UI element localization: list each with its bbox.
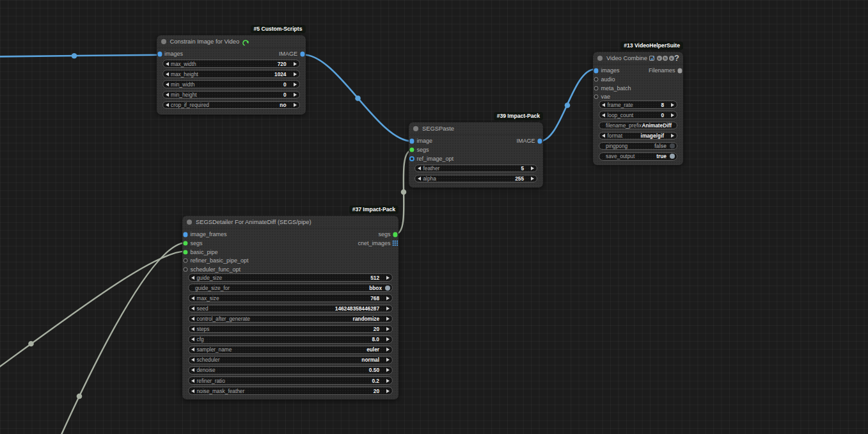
widget-pingpong[interactable]: pingpongfalse xyxy=(599,142,677,150)
decrement-arrow-icon[interactable] xyxy=(166,72,169,76)
output-dot-segs[interactable] xyxy=(393,232,397,237)
decrement-arrow-icon[interactable] xyxy=(191,317,194,321)
decrement-arrow-icon[interactable] xyxy=(602,113,605,117)
decrement-arrow-icon[interactable] xyxy=(166,83,169,86)
decrement-arrow-icon[interactable] xyxy=(418,166,421,170)
increment-arrow-icon[interactable] xyxy=(294,62,297,66)
widget-save_output[interactable]: save_outputtrue xyxy=(599,152,677,161)
collapse-dot[interactable] xyxy=(187,220,192,225)
widget-loop_count[interactable]: loop_count0 xyxy=(599,111,677,119)
link-midpoint-dot-reroute-to-constrain-images[interactable] xyxy=(72,53,77,59)
decrement-arrow-icon[interactable] xyxy=(191,307,194,310)
collapse-dot[interactable] xyxy=(161,39,166,44)
increment-arrow-icon[interactable] xyxy=(386,348,390,351)
increment-arrow-icon[interactable] xyxy=(386,317,390,321)
decrement-arrow-icon[interactable] xyxy=(602,103,605,107)
decrement-arrow-icon[interactable] xyxy=(418,177,421,181)
increment-arrow-icon[interactable] xyxy=(531,166,534,170)
node-video-combine[interactable]: #13 VideoHelperSuiteVideo Combine vhs?im… xyxy=(593,52,683,166)
increment-arrow-icon[interactable] xyxy=(386,358,390,362)
widget-refiner_ratio[interactable]: refiner_ratio0.2 xyxy=(188,376,393,385)
input-dot-meta_batch[interactable] xyxy=(594,86,599,90)
help-icon[interactable]: ? xyxy=(674,52,679,65)
toggle-dot[interactable] xyxy=(385,285,390,291)
input-dot-refiner_basic_pipe_opt[interactable] xyxy=(184,259,188,263)
link-midpoint-dot-offscreen-to-segsdetailer-segs[interactable] xyxy=(77,394,83,399)
increment-arrow-icon[interactable] xyxy=(294,83,297,86)
widget-min_height[interactable]: min_height0 xyxy=(162,91,300,99)
widget-control_after_generate[interactable]: control_after_generaterandomize xyxy=(188,315,393,323)
decrement-arrow-icon[interactable] xyxy=(166,62,169,66)
widget-denoise[interactable]: denoise0.50 xyxy=(188,366,393,374)
widget-guide_size[interactable]: guide_size512 xyxy=(188,273,393,282)
input-dot-vae[interactable] xyxy=(594,95,599,99)
input-dot-ref_image_opt[interactable] xyxy=(409,156,414,161)
increment-arrow-icon[interactable] xyxy=(671,134,674,138)
node-titlebar[interactable]: SEGSDetailer For AnimateDiff (SEGS/pipe) xyxy=(182,216,398,229)
widget-scheduler[interactable]: schedulernormal xyxy=(188,356,393,364)
decrement-arrow-icon[interactable] xyxy=(191,358,194,362)
node-titlebar[interactable]: SEGSPaste xyxy=(409,122,543,135)
increment-arrow-icon[interactable] xyxy=(671,103,674,107)
decrement-arrow-icon[interactable] xyxy=(191,389,194,393)
widget-steps[interactable]: steps20 xyxy=(188,325,393,334)
widget-noise_mask_feather[interactable]: noise_mask_feather20 xyxy=(188,387,393,395)
decrement-arrow-icon[interactable] xyxy=(166,93,169,97)
increment-arrow-icon[interactable] xyxy=(531,177,534,181)
increment-arrow-icon[interactable] xyxy=(386,307,390,310)
output-dot-IMAGE[interactable] xyxy=(300,52,304,56)
widget-crop_if_required[interactable]: crop_if_requiredno xyxy=(162,101,300,109)
increment-arrow-icon[interactable] xyxy=(386,327,390,331)
toggle-dot[interactable] xyxy=(670,143,675,149)
decrement-arrow-icon[interactable] xyxy=(191,379,194,383)
widget-max_size[interactable]: max_size768 xyxy=(188,294,393,302)
widget-frame_rate[interactable]: frame_rate8 xyxy=(599,100,677,109)
increment-arrow-icon[interactable] xyxy=(671,113,674,117)
input-dot-basic_pipe[interactable] xyxy=(183,250,187,254)
link-midpoint-dot-constrain-image-to-segspaste-image[interactable] xyxy=(355,95,361,101)
decrement-arrow-icon[interactable] xyxy=(602,134,605,138)
widget-feather[interactable]: feather5 xyxy=(414,165,537,173)
widget-alpha[interactable]: alpha255 xyxy=(414,175,537,183)
node-segspaste[interactable]: #39 Impact-PackSEGSPasteimagesegsref_ima… xyxy=(409,122,543,188)
link-midpoint-dot-segsdetailer-segs-to-segspaste-segs[interactable] xyxy=(401,189,407,195)
link-midpoint-dot-offscreen-to-segsdetailer-basic-pipe[interactable] xyxy=(28,341,34,347)
decrement-arrow-icon[interactable] xyxy=(191,296,194,300)
decrement-arrow-icon[interactable] xyxy=(191,276,194,280)
widget-cfg[interactable]: cfg8.0 xyxy=(188,335,393,344)
increment-arrow-icon[interactable] xyxy=(386,389,390,393)
widget-filename_prefix[interactable]: filename_prefixAnimateDiff xyxy=(599,122,677,130)
toggle-dot[interactable] xyxy=(670,154,675,159)
increment-arrow-icon[interactable] xyxy=(386,379,390,383)
increment-arrow-icon[interactable] xyxy=(386,337,390,341)
link-midpoint-dot-segspaste-image-to-videocombine-images[interactable] xyxy=(565,102,571,108)
input-dot-scheduler_func_opt[interactable] xyxy=(184,267,188,271)
node-constrain-image-for-video[interactable]: #5 Custom-ScriptsConstrain Image for Vid… xyxy=(157,35,306,115)
graph-canvas[interactable]: #5 Custom-ScriptsConstrain Image for Vid… xyxy=(0,0,868,434)
output-grid-dot-cnet_images[interactable] xyxy=(393,241,398,246)
decrement-arrow-icon[interactable] xyxy=(191,368,194,372)
decrement-arrow-icon[interactable] xyxy=(191,348,194,351)
input-dot-audio[interactable] xyxy=(594,77,599,82)
node-titlebar[interactable]: Constrain Image for Video xyxy=(157,35,306,48)
increment-arrow-icon[interactable] xyxy=(386,296,390,300)
increment-arrow-icon[interactable] xyxy=(294,93,297,97)
widget-sampler_name[interactable]: sampler_nameeuler xyxy=(188,346,393,354)
widget-max_width[interactable]: max_width720 xyxy=(162,60,300,68)
decrement-arrow-icon[interactable] xyxy=(191,327,194,331)
input-dot-segs[interactable] xyxy=(409,148,414,152)
widget-guide_size_for[interactable]: guide_size_forbbox xyxy=(188,284,393,292)
increment-arrow-icon[interactable] xyxy=(294,72,297,76)
increment-arrow-icon[interactable] xyxy=(386,276,390,280)
widget-seed[interactable]: seed146248358446287 xyxy=(188,305,393,313)
decrement-arrow-icon[interactable] xyxy=(191,337,194,341)
decrement-arrow-icon[interactable] xyxy=(166,103,169,107)
collapse-dot[interactable] xyxy=(597,56,603,61)
increment-arrow-icon[interactable] xyxy=(386,368,390,372)
output-dot-IMAGE[interactable] xyxy=(537,139,542,143)
widget-format[interactable]: formatimage/gif xyxy=(599,132,677,140)
increment-arrow-icon[interactable] xyxy=(294,103,297,107)
node-titlebar[interactable]: Video Combine vhs? xyxy=(593,52,683,65)
output-dot-Filenames[interactable] xyxy=(677,68,682,73)
node-segsdetailer-for-animatediff-segs-pipe[interactable]: #37 Impact-PackSEGSDetailer For AnimateD… xyxy=(182,216,398,399)
